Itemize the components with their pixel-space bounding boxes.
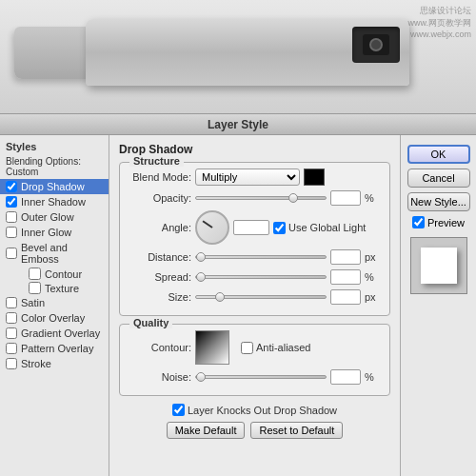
make-default-button[interactable]: Make Default [167, 422, 246, 439]
inner-shadow-checkbox[interactable] [6, 196, 17, 208]
new-style-button[interactable]: New Style... [407, 192, 470, 211]
size-input[interactable]: 8 [330, 289, 361, 305]
sidebar-item-bevel-emboss[interactable]: Bevel and Emboss [0, 240, 109, 267]
sidebar-header: Styles [0, 139, 109, 154]
size-unit: px [365, 291, 380, 303]
bevel-emboss-checkbox[interactable] [6, 248, 17, 259]
sidebar-item-texture[interactable]: Texture [0, 281, 109, 295]
sidebar-item-outer-glow[interactable]: Outer Glow [0, 209, 109, 225]
camera-body [86, 19, 409, 86]
distance-label: Distance: [129, 251, 191, 263]
angle-label: Angle: [129, 222, 191, 233]
noise-unit: % [365, 371, 380, 383]
pattern-overlay-checkbox[interactable] [6, 343, 17, 354]
watermark: 思缘设计论坛 www.网页教学网 www.webjx.com [407, 5, 471, 39]
satin-checkbox[interactable] [6, 297, 17, 308]
use-global-light-checkbox[interactable] [273, 222, 286, 234]
anti-alias-checkbox[interactable] [241, 342, 253, 354]
cancel-button[interactable]: Cancel [407, 169, 470, 188]
blend-mode-label: Blend Mode: [129, 171, 191, 183]
main-panel: Drop Shadow Structure Blend Mode: Multip… [109, 135, 400, 476]
contour-row: Contour: Anti-aliased [129, 330, 380, 365]
blend-mode-color-swatch[interactable] [304, 169, 325, 186]
contour-preview[interactable] [195, 330, 229, 365]
preview-label: Preview [427, 217, 465, 228]
noise-input[interactable]: 0 [330, 369, 361, 385]
distance-slider[interactable] [195, 255, 327, 259]
layer-knocks-label[interactable]: Layer Knocks Out Drop Shadow [172, 404, 337, 416]
spread-input[interactable]: 0 [330, 269, 361, 285]
layer-knocks-checkbox[interactable] [172, 404, 185, 416]
sidebar-item-blending-options[interactable]: Blending Options: Custom [0, 154, 109, 179]
color-overlay-checkbox[interactable] [6, 312, 17, 324]
reset-default-button[interactable]: Reset to Default [250, 422, 343, 439]
opacity-slider[interactable] [195, 196, 327, 200]
sidebar-item-inner-shadow[interactable]: Inner Shadow [0, 194, 109, 209]
angle-input[interactable]: -146 [233, 220, 269, 235]
angle-indicator [202, 220, 212, 228]
distance-row: Distance: 0 px [129, 249, 380, 265]
contour-label: Contour: [129, 342, 191, 353]
noise-row: Noise: 0 % [129, 369, 380, 385]
opacity-input[interactable]: 75 [330, 190, 361, 206]
opacity-unit: % [365, 192, 380, 204]
bottom-buttons-row: Make Default Reset to Default [119, 422, 390, 439]
structure-label: Structure [129, 155, 184, 167]
drop-shadow-checkbox[interactable] [6, 181, 17, 192]
sidebar-item-stroke[interactable]: Stroke [0, 356, 109, 371]
sidebar-item-color-overlay[interactable]: Color Overlay [0, 310, 109, 326]
structure-section: Structure Blend Mode: Multiply Opacity: … [119, 162, 390, 316]
sidebar-item-gradient-overlay[interactable]: Gradient Overlay [0, 326, 109, 341]
contour-checkbox[interactable] [29, 268, 41, 280]
outer-glow-checkbox[interactable] [6, 211, 17, 223]
size-slider[interactable] [195, 295, 327, 299]
sidebar-item-pattern-overlay[interactable]: Pattern Overlay [0, 341, 109, 356]
sidebar-item-contour[interactable]: Contour [0, 267, 109, 281]
blend-mode-select[interactable]: Multiply [195, 169, 300, 186]
sidebar-item-satin[interactable]: Satin [0, 295, 109, 310]
dialog-title-bar: Layer Style [0, 114, 476, 135]
top-image-area: 思缘设计论坛 www.网页教学网 www.webjx.com [0, 0, 476, 114]
camera-lens-icon [369, 38, 383, 51]
distance-thumb[interactable] [196, 252, 206, 262]
size-row: Size: 8 px [129, 289, 380, 305]
quality-label: Quality [129, 317, 172, 328]
spread-slider[interactable] [195, 275, 327, 279]
inner-glow-checkbox[interactable] [6, 227, 17, 238]
sidebar: Styles Blending Options: Custom Drop Sha… [0, 135, 109, 476]
sidebar-item-drop-shadow[interactable]: Drop Shadow [0, 179, 109, 194]
preview-inner [421, 248, 457, 284]
sidebar-item-inner-glow[interactable]: Inner Glow [0, 225, 109, 240]
preview-checkbox[interactable] [412, 216, 425, 228]
distance-input[interactable]: 0 [330, 249, 361, 265]
anti-alias-label[interactable]: Anti-aliased [241, 342, 310, 354]
gradient-overlay-checkbox[interactable] [6, 327, 17, 339]
spread-thumb[interactable] [196, 272, 206, 282]
angle-row: Angle: -146 Use Global Light [129, 210, 380, 245]
right-panel: OK Cancel New Style... Preview [400, 135, 476, 476]
panel-title: Drop Shadow [119, 143, 390, 156]
noise-slider[interactable] [195, 375, 327, 379]
spread-unit: % [365, 271, 380, 283]
dialog-area: Layer Style Styles Blending Options: Cus… [0, 114, 476, 476]
use-global-light-label[interactable]: Use Global Light [273, 222, 366, 234]
opacity-label: Opacity: [129, 192, 191, 204]
size-thumb[interactable] [215, 292, 225, 302]
opacity-row: Opacity: 75 % [129, 190, 380, 206]
camera-viewfinder-inner [363, 34, 389, 55]
dialog-content: Styles Blending Options: Custom Drop Sha… [0, 135, 476, 476]
spread-label: Spread: [129, 271, 191, 283]
layer-knocks-row: Layer Knocks Out Drop Shadow [119, 404, 390, 416]
camera-viewfinder [352, 27, 400, 63]
ok-button[interactable]: OK [407, 145, 470, 164]
preview-row: Preview [412, 216, 465, 228]
texture-checkbox[interactable] [29, 282, 41, 294]
noise-label: Noise: [129, 371, 191, 383]
noise-thumb[interactable] [196, 372, 206, 382]
opacity-thumb[interactable] [288, 193, 298, 203]
spread-row: Spread: 0 % [129, 269, 380, 285]
blend-mode-row: Blend Mode: Multiply [129, 169, 380, 186]
size-label: Size: [129, 291, 191, 303]
angle-dial[interactable] [195, 210, 229, 245]
stroke-checkbox[interactable] [6, 358, 17, 369]
